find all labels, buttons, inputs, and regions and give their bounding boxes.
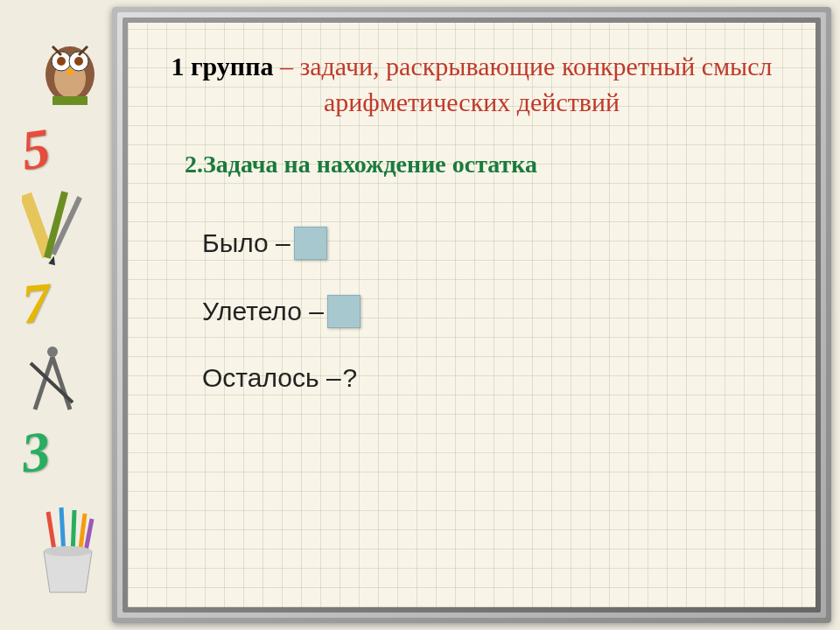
svg-line-15 (31, 363, 73, 402)
title-description: – задачи, раскрывающие конкретный смысл … (273, 52, 772, 116)
problem-rows: Было – Улетело – Осталось – ? (202, 227, 794, 393)
owl-icon (35, 31, 105, 109)
svg-point-21 (44, 546, 92, 556)
row-label: Осталось – (202, 363, 341, 393)
pencil-cup-icon (31, 503, 105, 599)
row-label: Было – (202, 228, 290, 258)
decorative-sidebar: 5 7 3 (0, 0, 114, 630)
svg-rect-7 (52, 96, 88, 105)
svg-line-14 (52, 357, 70, 410)
question-mark: ? (343, 363, 358, 393)
value-box-icon (294, 227, 327, 260)
row-label: Улетело – (202, 297, 324, 326)
decorative-number-7: 7 (19, 270, 52, 338)
row-flew-away: Улетело – (202, 295, 794, 328)
svg-point-4 (57, 57, 66, 66)
value-box-icon (327, 295, 360, 328)
grid-paper: 1 группа – задачи, раскрывающие конкретн… (128, 23, 816, 607)
decorative-number-3: 3 (18, 419, 53, 486)
slide-subtitle: 2.Задача на нахождение остатка (185, 150, 794, 178)
compass-icon (22, 341, 83, 416)
row-remained: Осталось – ? (202, 363, 794, 393)
slide-frame: 1 группа – задачи, раскрывающие конкретн… (112, 7, 831, 623)
title-group-label: 1 группа (171, 52, 273, 80)
svg-point-12 (47, 346, 58, 357)
row-was: Было – (202, 227, 794, 260)
svg-point-5 (74, 57, 83, 66)
slide-title: 1 группа – задачи, раскрывающие конкретн… (150, 49, 794, 120)
decorative-number-5: 5 (18, 116, 54, 184)
ruler-pencil-icon (22, 184, 83, 267)
